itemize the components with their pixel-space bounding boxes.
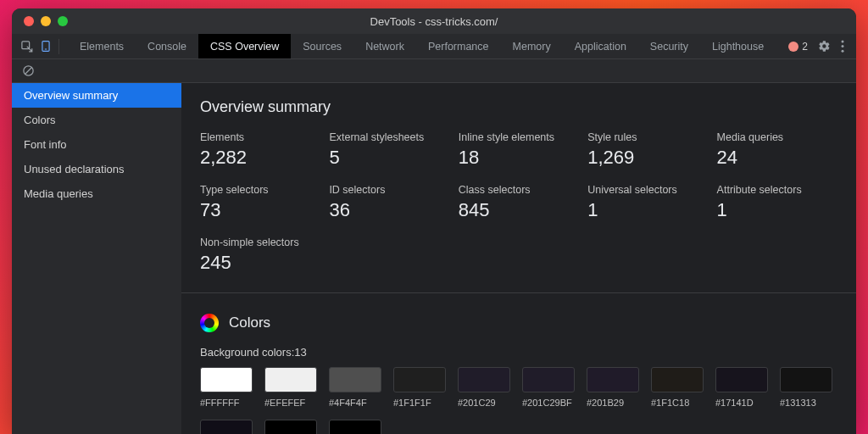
- swatch-hex-label: #201C29: [458, 398, 510, 408]
- svg-point-3: [842, 40, 844, 42]
- kebab-menu-icon[interactable]: [841, 40, 844, 53]
- color-swatch[interactable]: #201B29: [587, 367, 639, 408]
- stat-block: Type selectors73: [200, 184, 320, 221]
- divider: [58, 39, 59, 54]
- tab-css-overview[interactable]: CSS Overview: [198, 34, 291, 58]
- stat-block: Media queries24: [717, 131, 837, 169]
- swatch-hex-label: #201C29BF: [522, 398, 575, 408]
- overview-heading: Overview summary: [200, 98, 837, 116]
- clear-icon[interactable]: [22, 64, 35, 77]
- stat-value: 24: [717, 147, 837, 169]
- color-swatch[interactable]: #1F1C18: [651, 367, 704, 408]
- stat-value: 1: [587, 199, 708, 221]
- stat-label: Type selectors: [200, 184, 320, 196]
- swatch-hex-label: #4F4F4F: [329, 398, 381, 408]
- stat-value: 1: [717, 199, 837, 221]
- swatch-hex-label: #EFEFEF: [264, 398, 317, 408]
- stat-label: Style rules: [587, 131, 708, 143]
- devtools-tabbar: ElementsConsoleCSS OverviewSourcesNetwor…: [12, 34, 856, 59]
- window-title: DevTools - css-tricks.com/: [12, 15, 856, 28]
- stat-value: 845: [459, 199, 579, 221]
- stat-block: External stylesheets5: [329, 131, 449, 169]
- stat-value: 73: [200, 199, 320, 221]
- stat-block: Inline style elements18: [459, 131, 579, 169]
- tab-performance[interactable]: Performance: [416, 34, 501, 58]
- tab-sources[interactable]: Sources: [291, 34, 353, 58]
- swatch-box: [715, 367, 768, 392]
- stat-block: Class selectors845: [459, 184, 579, 221]
- swatch-hex-label: #131313: [780, 398, 832, 408]
- minimize-window-button[interactable]: [41, 16, 51, 26]
- swatch-box: [393, 367, 446, 392]
- svg-point-5: [842, 50, 844, 53]
- swatch-box: [200, 420, 253, 434]
- main-panel: Overview summary Elements2,282External s…: [181, 83, 856, 434]
- tab-memory[interactable]: Memory: [501, 34, 563, 58]
- stat-block: Style rules1,269: [587, 131, 708, 169]
- stat-value: 2,282: [200, 147, 320, 169]
- sidebar-item-colors[interactable]: Colors: [12, 108, 181, 132]
- stat-value: 5: [329, 147, 449, 169]
- fullscreen-window-button[interactable]: [58, 16, 68, 26]
- color-swatch[interactable]: #201C29BF: [522, 367, 575, 408]
- sidebar-item-font-info[interactable]: Font info: [12, 132, 181, 157]
- color-swatch[interactable]: #000000B3: [329, 420, 381, 434]
- color-swatch[interactable]: #4F4F4F: [329, 367, 381, 408]
- stat-label: ID selectors: [329, 184, 449, 196]
- swatch-hex-label: #1F1F1F: [393, 398, 446, 408]
- swatch-box: [780, 367, 832, 392]
- color-swatch[interactable]: #201C29: [458, 367, 510, 408]
- error-icon: [788, 42, 798, 52]
- stat-label: External stylesheets: [329, 131, 449, 143]
- sidebar-item-overview-summary[interactable]: Overview summary: [12, 83, 181, 108]
- tab-network[interactable]: Network: [353, 34, 416, 58]
- colors-heading: Colors: [229, 314, 270, 331]
- stat-label: Attribute selectors: [717, 184, 837, 196]
- tab-console[interactable]: Console: [136, 34, 198, 58]
- swatch-box: [651, 367, 704, 392]
- overview-stats-grid: Elements2,282External stylesheets5Inline…: [200, 131, 837, 274]
- tab-lighthouse[interactable]: Lighthouse: [700, 34, 776, 58]
- swatch-box: [522, 367, 575, 392]
- panel-toolbar: [12, 59, 856, 83]
- color-swatch[interactable]: #131313: [780, 367, 832, 408]
- stat-value: 18: [459, 147, 579, 169]
- sidebar-item-unused-declarations[interactable]: Unused declarations: [12, 157, 181, 181]
- stat-block: Elements2,282: [200, 131, 320, 169]
- color-swatch[interactable]: #100E17: [200, 420, 253, 434]
- stat-label: Inline style elements: [459, 131, 579, 143]
- tab-security[interactable]: Security: [638, 34, 700, 58]
- error-count-badge[interactable]: 2: [788, 41, 808, 53]
- color-swatches: #FFFFFF#EFEFEF#4F4F4F#1F1F1F#201C29#201C…: [200, 367, 837, 434]
- error-count: 2: [802, 41, 808, 53]
- color-swatch[interactable]: #EFEFEF: [264, 367, 317, 408]
- section-divider: [181, 292, 856, 293]
- swatch-box: [329, 367, 381, 392]
- content-area: Overview summaryColorsFont infoUnused de…: [12, 83, 856, 434]
- close-window-button[interactable]: [24, 16, 34, 26]
- swatch-hex-label: #1F1C18: [651, 398, 704, 408]
- color-swatch[interactable]: #17141D: [715, 367, 768, 408]
- stat-block: Attribute selectors1: [717, 184, 837, 221]
- color-swatch[interactable]: #FFFFFF: [200, 367, 253, 408]
- window-controls: [12, 16, 68, 26]
- swatch-hex-label: #201B29: [587, 398, 639, 408]
- tab-application[interactable]: Application: [563, 34, 638, 58]
- window-titlebar: DevTools - css-tricks.com/: [12, 8, 856, 34]
- tab-elements[interactable]: Elements: [68, 34, 136, 58]
- swatch-hex-label: #FFFFFF: [200, 398, 253, 408]
- bg-colors-label: Background colors:13: [200, 346, 837, 359]
- sidebar-item-media-queries[interactable]: Media queries: [12, 181, 181, 206]
- device-toolbar-icon[interactable]: [40, 40, 52, 53]
- swatch-box: [458, 367, 510, 392]
- swatch-box: [200, 367, 253, 392]
- color-swatch[interactable]: #000000: [264, 420, 317, 434]
- stat-label: Elements: [200, 131, 320, 143]
- stat-value: 1,269: [587, 147, 708, 169]
- inspect-element-icon[interactable]: [20, 40, 33, 53]
- stat-block: Non-simple selectors245: [200, 236, 320, 274]
- settings-gear-icon[interactable]: [818, 40, 831, 53]
- color-swatch[interactable]: #1F1F1F: [393, 367, 446, 408]
- stat-block: Universal selectors1: [587, 184, 708, 221]
- devtools-window: DevTools - css-tricks.com/ ElementsConso…: [12, 8, 856, 434]
